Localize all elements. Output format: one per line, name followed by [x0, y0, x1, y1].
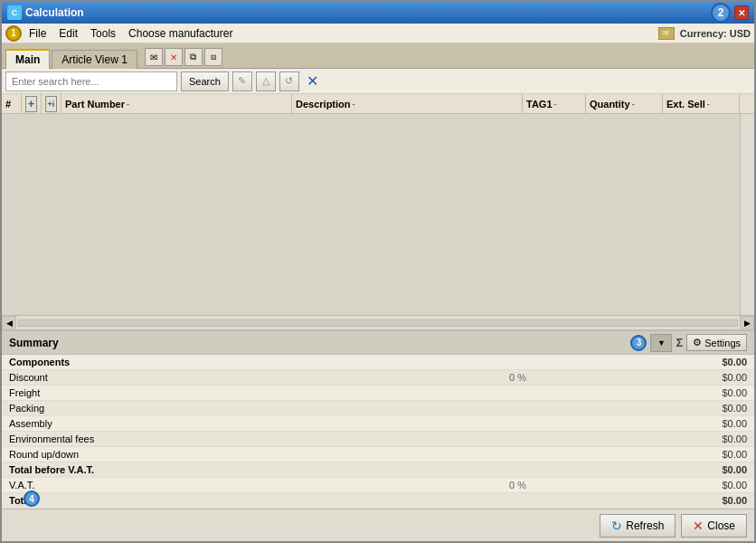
summary-row-label: Discount — [2, 370, 453, 386]
scroll-track[interactable] — [18, 319, 738, 327]
summary-row-pct: 0 % — [453, 478, 582, 493]
summary-row: Total before V.A.T.$0.00 — [2, 462, 754, 478]
summary-row-amount: $0.00 — [582, 386, 754, 401]
window-title: Calculation — [25, 6, 84, 19]
titlebar: C Calculation 2 ✕ — [2, 2, 754, 24]
summary-row-label: V.A.T. — [2, 478, 453, 493]
add-info-button[interactable]: +i — [45, 96, 57, 112]
summary-row-pct: 0 % — [453, 370, 582, 386]
summary-row-amount: $0.00 — [582, 416, 754, 432]
currency-label: Currency: USD — [680, 28, 751, 39]
summary-title: Summary — [9, 337, 59, 349]
badge-3: 3 — [630, 335, 647, 351]
summary-section: Summary 3 ▼ Σ ⚙ Settings Components$0.00… — [2, 329, 754, 509]
tab-main[interactable]: Main — [5, 49, 50, 69]
summary-row-pct — [453, 447, 582, 462]
summary-row-label: Assembly — [2, 416, 453, 432]
summary-row-amount: $0.00 — [582, 447, 754, 462]
window-close-button[interactable]: ✕ — [734, 5, 749, 20]
summary-row-pct — [453, 355, 582, 370]
summary-row: Components$0.00 — [2, 355, 754, 370]
summary-row: Freight$0.00 — [2, 386, 754, 401]
summary-row: V.A.T.0 %$0.00 — [2, 478, 754, 493]
col-part-number: Part Number - — [61, 94, 292, 113]
badge-2: 2 — [711, 3, 731, 23]
tab-email-icon[interactable]: ✉ — [145, 48, 163, 66]
settings-button[interactable]: ⚙ Settings — [686, 334, 747, 351]
search-input[interactable] — [5, 71, 177, 91]
summary-dropdown[interactable]: ▼ — [650, 334, 672, 352]
horizontal-scrollbar[interactable]: ◀ ▶ — [2, 315, 754, 329]
summary-row: Environmental fees$0.00 — [2, 432, 754, 447]
tab-close-icon[interactable]: ✕ — [165, 48, 183, 66]
col-hash: # — [2, 94, 22, 113]
summary-row-label: Round up/down — [2, 447, 453, 462]
sigma-icon: Σ — [676, 336, 683, 349]
settings-icon: ⚙ — [693, 337, 702, 348]
scroll-right-arrow[interactable]: ▶ — [740, 316, 754, 330]
col-quantity: Quantity - — [586, 94, 663, 113]
close-button[interactable]: ✕ Close — [681, 514, 747, 538]
summary-row-pct — [453, 493, 582, 509]
app-icon: C — [7, 5, 22, 20]
add-row-button[interactable]: + — [25, 96, 37, 112]
tab-copy-icon[interactable]: ⧉ — [184, 48, 203, 66]
table-body — [2, 114, 754, 315]
tab-icons: ✉ ✕ ⧉ ⧇ — [145, 48, 222, 66]
badge-4: 4 — [24, 491, 40, 507]
main-content: Search ✎ △ ↺ ✕ # + +i Part Number - Desc… — [2, 69, 754, 509]
menu-tools[interactable]: Tools — [85, 25, 121, 42]
menu-edit[interactable]: Edit — [53, 25, 83, 42]
undo-icon-btn[interactable]: △ — [256, 71, 276, 91]
refresh-label: Refresh — [626, 519, 664, 532]
edit-icon-btn[interactable]: ✎ — [232, 71, 252, 91]
table-header: # + +i Part Number - Description - TAG1 … — [2, 94, 754, 114]
summary-row-label: Environmental fees — [2, 432, 453, 447]
redo-icon-btn[interactable]: ↺ — [279, 71, 299, 91]
close-icon: ✕ — [693, 519, 704, 533]
summary-row-pct — [453, 416, 582, 432]
summary-row-amount: $0.00 — [582, 432, 754, 447]
summary-header: Summary 3 ▼ Σ ⚙ Settings — [2, 331, 754, 355]
vertical-scrollbar[interactable] — [740, 114, 754, 315]
summary-row-amount: $0.00 — [582, 355, 754, 370]
email-icon: ✉ — [658, 27, 675, 40]
summary-row: Packing$0.00 — [2, 401, 754, 416]
col-add-info[interactable]: +i — [42, 94, 61, 113]
close-label: Close — [707, 519, 735, 532]
col-ext-sell: Ext. Sell - — [663, 94, 740, 113]
summary-row-label: Components — [2, 355, 453, 370]
summary-row-label: Total — [2, 493, 453, 509]
tab-paste-icon[interactable]: ⧇ — [204, 48, 222, 66]
summary-row-pct — [453, 386, 582, 401]
scroll-left-arrow[interactable]: ◀ — [2, 316, 16, 330]
col-add[interactable]: + — [22, 94, 42, 113]
settings-label: Settings — [704, 338, 741, 348]
refresh-icon: ↻ — [611, 519, 622, 533]
summary-row: Assembly$0.00 — [2, 416, 754, 432]
summary-row-amount: $0.00 — [582, 462, 754, 478]
summary-row-pct — [453, 462, 582, 478]
tab-article-view[interactable]: Article View 1 — [52, 50, 137, 69]
refresh-button[interactable]: ↻ Refresh — [600, 514, 676, 538]
summary-row: Total$0.00 — [2, 493, 754, 509]
summary-row-pct — [453, 432, 582, 447]
menu-file[interactable]: File — [24, 25, 52, 42]
menubar: 1 File Edit Tools Choose manufacturer ✉ … — [2, 24, 754, 43]
col-tag1: TAG1 - — [523, 94, 586, 113]
summary-table: Components$0.00Discount0 %$0.00Freight$0… — [2, 355, 754, 509]
summary-row: Round up/down$0.00 — [2, 447, 754, 462]
clear-button[interactable]: ✕ — [303, 71, 323, 91]
menu-choose-manufacturer[interactable]: Choose manufacturer — [123, 25, 238, 42]
main-window: C Calculation 2 ✕ 1 File Edit Tools Choo… — [0, 0, 756, 543]
summary-row-pct — [453, 401, 582, 416]
col-description: Description - — [292, 94, 523, 113]
tabs-bar: Main Article View 1 ✉ ✕ ⧉ ⧇ — [2, 43, 754, 69]
summary-row-label: Freight — [2, 386, 453, 401]
search-button[interactable]: Search — [181, 71, 229, 91]
summary-row-amount: $0.00 — [582, 370, 754, 386]
footer-bar: 4 ↻ Refresh ✕ Close — [2, 509, 754, 541]
summary-row-amount: $0.00 — [582, 478, 754, 493]
summary-row: Discount0 %$0.00 — [2, 370, 754, 386]
badge-1: 1 — [5, 25, 22, 42]
